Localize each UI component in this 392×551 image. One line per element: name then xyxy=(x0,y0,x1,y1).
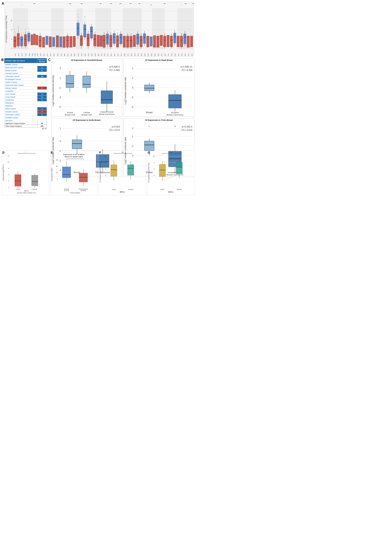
svg-text:UVM.Tumor: UVM.Tumor xyxy=(191,53,193,57)
svg-text:CP expression log2(TPM+0.001): CP expression log2(TPM+0.001) xyxy=(99,163,101,182)
svg-text:PCPG.Normal: PCPG.Normal xyxy=(138,53,139,57)
svg-text:2: 2 xyxy=(132,67,133,70)
svg-text:***: *** xyxy=(33,3,35,5)
svg-rect-146 xyxy=(136,34,139,44)
svg-rect-78 xyxy=(70,36,72,47)
svg-point-199 xyxy=(18,29,19,29)
panel-b-label: B xyxy=(1,58,4,62)
svg-text:Lobular: Lobular xyxy=(83,111,90,114)
svg-rect-80 xyxy=(73,36,76,47)
table-row: Esophageal Cancer xyxy=(4,78,47,81)
svg-text:BRCA-Luminal.Tumor: BRCA-Luminal.Tumor xyxy=(37,53,38,57)
svg-text:TGCT.Tumor: TGCT.Tumor xyxy=(168,53,169,57)
svg-text:5: 5 xyxy=(154,162,154,163)
panel-c: C CP Expression in Turashvili Breast Log… xyxy=(49,58,194,148)
svg-point-357 xyxy=(148,126,150,127)
svg-text:SKCM.Metastasis: SKCM.Metastasis xyxy=(158,53,159,57)
svg-rect-291 xyxy=(101,91,112,104)
svg-text:Invasive: Invasive xyxy=(171,111,179,114)
svg-point-201 xyxy=(19,28,19,29)
svg-text:BRCA-Her2.Tumor: BRCA-Her2.Tumor xyxy=(34,53,35,57)
svg-rect-144 xyxy=(133,35,136,47)
panel-g: G CP expression log2(TPM+0.001) 10 5 0 -… xyxy=(147,150,195,195)
svg-text:LUAD.Tumor: LUAD.Tumor xyxy=(111,53,112,57)
svg-text:1: 1 xyxy=(132,135,133,138)
svg-rect-114 xyxy=(106,34,109,44)
svg-rect-359 xyxy=(145,141,154,151)
svg-text:***: *** xyxy=(119,3,122,5)
svg-rect-192 xyxy=(187,36,189,47)
svg-rect-279 xyxy=(66,75,74,87)
svg-text:BRCA.Tumor: BRCA.Tumor xyxy=(25,53,27,57)
svg-text:KIRC.Normal: KIRC.Normal xyxy=(84,53,86,57)
svg-rect-50 xyxy=(31,35,33,45)
svg-rect-335 xyxy=(72,140,82,149)
panel-g-label: G xyxy=(148,151,150,154)
svg-text:p=5.63E-5: p=5.63E-5 xyxy=(110,65,120,68)
svg-rect-164 xyxy=(157,36,159,47)
svg-text:Ductal: Ductal xyxy=(67,111,73,114)
svg-rect-311 xyxy=(145,85,154,91)
svg-text:BRCA.Normal: BRCA.Normal xyxy=(28,53,30,57)
panel-d: D Expression-log2(TPM+1) 12 10 8 6 4 2 xyxy=(2,150,49,195)
svg-point-203 xyxy=(25,29,26,30)
svg-rect-72 xyxy=(63,37,65,48)
svg-text:0: 0 xyxy=(57,178,58,180)
panel-f: F CP expression log2(TPM+0.001) 10 5 0 -… xyxy=(99,150,146,195)
svg-rect-106 xyxy=(97,35,99,47)
svg-text:3: 3 xyxy=(60,67,61,70)
footer-total: Total Unique Analyses 441 xyxy=(4,125,47,127)
svg-rect-188 xyxy=(184,34,186,44)
panel-e-chart: Expression of CP in BRCA based on sample… xyxy=(50,150,97,195)
svg-text:0: 0 xyxy=(60,140,61,142)
svg-text:*: * xyxy=(181,4,182,6)
svg-text:KIRP.Normal: KIRP.Normal xyxy=(91,53,92,57)
svg-text:BLCA.Normal: BLCA.Normal xyxy=(21,53,23,57)
svg-text:0: 0 xyxy=(132,86,133,89)
svg-text:STAD.Tumor: STAD.Tumor xyxy=(164,53,166,57)
svg-point-196 xyxy=(15,32,15,32)
svg-text:-5: -5 xyxy=(59,106,61,108)
svg-point-465 xyxy=(114,162,115,162)
svg-text:***: *** xyxy=(138,3,140,5)
svg-text:READ.Tumor: READ.Tumor xyxy=(148,53,149,57)
table-row: Other Cancer 1 xyxy=(4,107,47,110)
svg-text:12: 12 xyxy=(7,155,9,156)
svg-text:Breast Cell: Breast Cell xyxy=(82,114,92,116)
svg-rect-471 xyxy=(111,165,117,176)
svg-text:PRAD.Tumor: PRAD.Tumor xyxy=(141,53,142,57)
svg-rect-98 xyxy=(90,27,93,38)
table-row: Bladder Cancer xyxy=(4,63,47,66)
svg-rect-60 xyxy=(42,37,45,47)
svg-rect-86 xyxy=(80,35,83,46)
svg-text:KICH.Normal: KICH.Normal xyxy=(78,53,79,57)
svg-text:LIHC.Normal: LIHC.Normal xyxy=(107,53,109,57)
svg-text:8: 8 xyxy=(8,168,9,169)
svg-text:LAML.Tumor: LAML.Tumor xyxy=(98,53,99,57)
table-row: Pancreatic Cancer 2 xyxy=(4,113,47,116)
svg-text:THCA.Normal: THCA.Normal xyxy=(175,53,176,57)
svg-point-204 xyxy=(28,28,29,29)
svg-text:10: 10 xyxy=(153,156,154,157)
svg-text:HNSC-HPVneg.Tumor: HNSC-HPVneg.Tumor xyxy=(71,53,72,57)
svg-rect-194 xyxy=(190,36,193,47)
svg-rect-154 xyxy=(143,34,146,43)
svg-text:10: 10 xyxy=(104,156,106,157)
svg-rect-52 xyxy=(34,34,35,45)
svg-text:-3: -3 xyxy=(105,175,106,176)
svg-text:Expression of CP in BRCA: Expression of CP in BRCA xyxy=(63,154,84,155)
svg-rect-150 xyxy=(140,36,142,47)
svg-text:p=1.60E-21: p=1.60E-21 xyxy=(181,65,192,68)
svg-rect-102 xyxy=(94,35,96,46)
svg-text:TCGA samples: TCGA samples xyxy=(70,192,80,194)
svg-text:0: 0 xyxy=(105,168,106,170)
svg-text:BRCA: BRCA xyxy=(168,191,173,193)
svg-rect-401 xyxy=(15,175,21,186)
svg-rect-160 xyxy=(150,37,153,46)
svg-text:OV.Tumor: OV.Tumor xyxy=(127,53,129,57)
panel-a-chart: CP Expression Level (log2 TPM) 0 4 8 12 xyxy=(5,2,194,57)
subplot-finak-title: CP Expression in Finak Breast xyxy=(124,58,194,62)
table-row: Ovarian Cancer 7 xyxy=(4,110,47,113)
svg-rect-182 xyxy=(177,36,179,47)
svg-rect-168 xyxy=(163,36,166,47)
